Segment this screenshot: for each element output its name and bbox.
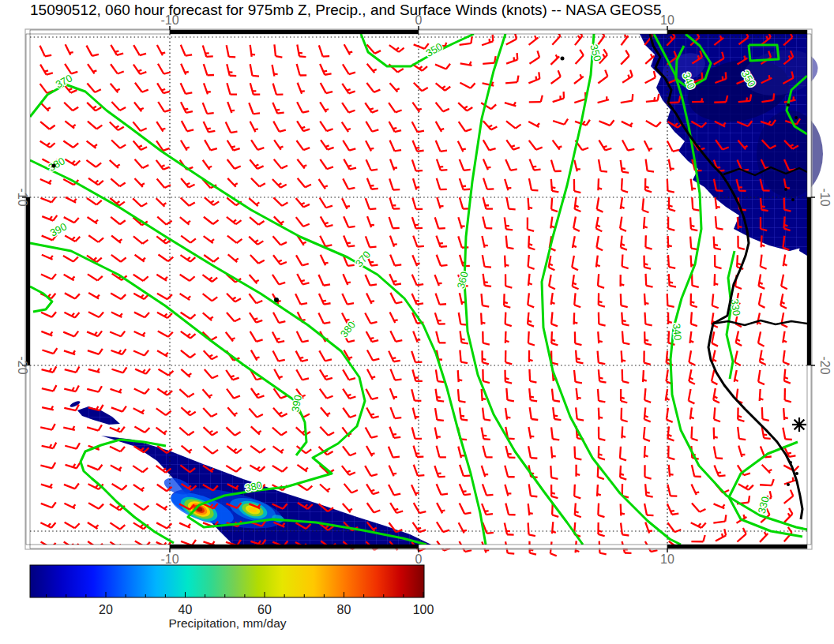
colorbar-tick-label: 80 [337, 603, 351, 616]
wind-barb [483, 121, 498, 129]
wind-barb [367, 369, 375, 380]
wind-barb [133, 485, 145, 491]
lon-label-top: 0 [415, 13, 423, 27]
wind-barb [621, 236, 627, 250]
wind-barb [574, 160, 580, 172]
wind-barb [715, 274, 719, 286]
wind-barb [622, 331, 629, 345]
wind-barb [87, 198, 102, 204]
wind-barb [204, 427, 218, 435]
wind-barb [366, 446, 374, 456]
wind-barb [204, 122, 216, 133]
wind-barb [622, 313, 629, 326]
wind-barb [551, 447, 556, 459]
wind-barb [620, 217, 626, 231]
wind-barb [551, 70, 561, 84]
wind-barb [274, 369, 282, 380]
wind-barb [551, 351, 558, 365]
wind-barb [227, 159, 241, 169]
wind-barb [181, 178, 194, 187]
wind-barb [712, 294, 719, 308]
wind-barb [412, 122, 424, 132]
wind-barb [40, 103, 51, 111]
wind-barb [714, 236, 721, 249]
wind-barb [42, 366, 57, 372]
wind-barb [668, 217, 674, 230]
wind-barb [42, 255, 53, 260]
wind-barb [40, 522, 55, 527]
wind-barb [41, 197, 56, 203]
wind-barb [737, 528, 746, 542]
wind-barb [227, 407, 237, 416]
wind-barb [273, 122, 286, 132]
wind-barb [573, 275, 579, 289]
wind-barb [596, 256, 600, 268]
wind-barb [667, 294, 674, 307]
wind-barb [135, 159, 149, 168]
wind-barb [64, 350, 75, 354]
wind-barb [460, 62, 472, 66]
wind-barb [110, 447, 125, 452]
coast-dot [795, 472, 798, 475]
colorbar-gradient [30, 565, 424, 597]
wind-barb [390, 388, 397, 399]
wind-barb [110, 522, 125, 529]
wind-barb [181, 369, 191, 377]
wind-barb [734, 350, 741, 365]
wind-barb [599, 313, 606, 326]
wind-barb [599, 140, 611, 151]
wind-barb [389, 466, 397, 477]
wind-barb [40, 179, 51, 184]
wind-barb [156, 408, 171, 415]
wind-barb [436, 83, 451, 90]
wind-barb [202, 275, 217, 282]
wind-barb [133, 140, 147, 149]
wind-barb [179, 428, 193, 436]
wind-barb [714, 447, 723, 459]
wind-barb [65, 367, 80, 373]
wind-barb [389, 83, 399, 92]
wind-barb [552, 522, 556, 534]
wind-barb [66, 462, 81, 468]
wind-barb [645, 484, 653, 496]
wind-barb [320, 159, 333, 169]
wind-barb [483, 82, 494, 86]
wind-barb [88, 522, 99, 529]
wind-barb [690, 407, 694, 419]
wind-barb [367, 350, 379, 361]
frame-segment-bottom [667, 545, 807, 549]
wind-barb [227, 178, 238, 187]
wind-barb [227, 140, 240, 151]
wind-barb [390, 407, 401, 418]
wind-barb [133, 504, 148, 510]
frame-segment-left [26, 365, 30, 545]
annobon-island [561, 57, 565, 61]
wind-barb [65, 522, 80, 528]
wind-barb [297, 45, 306, 58]
wind-barb [483, 216, 492, 228]
wind-barb [227, 83, 237, 94]
wind-barb [413, 522, 426, 532]
wind-barb [691, 535, 704, 541]
wind-barb [249, 408, 262, 417]
wind-barb [506, 121, 521, 128]
wind-barb [273, 197, 287, 205]
wind-barb [157, 179, 171, 188]
wind-barb [435, 313, 445, 324]
wind-barb [644, 407, 651, 421]
wind-barb [784, 369, 791, 384]
wind-barb [738, 236, 744, 249]
wind-barb [575, 197, 581, 212]
wind-barb [529, 95, 543, 103]
wind-barb [598, 504, 604, 518]
wind-barb [506, 388, 514, 402]
wind-barb [366, 407, 378, 417]
wind-barb [389, 122, 401, 132]
wind-barb [204, 350, 218, 359]
wind-barb [551, 160, 562, 171]
wind-barb [691, 294, 697, 307]
wind-barb [505, 485, 511, 496]
wind-barb [530, 407, 539, 420]
wind-barb [272, 466, 287, 472]
forecast-map-canvas: 3703703803803803903903603503503503403403… [0, 0, 834, 644]
